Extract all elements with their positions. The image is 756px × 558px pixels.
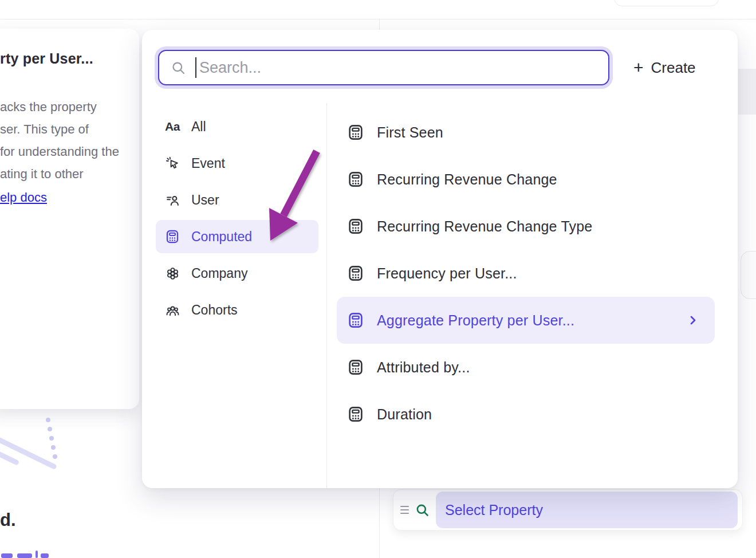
- select-property-button[interactable]: Select Property: [436, 492, 738, 528]
- calculator-icon: [347, 406, 364, 423]
- screen: rty per User... acks the property ser. T…: [0, 0, 756, 558]
- chevron-right-icon: [687, 315, 699, 326]
- search-icon: [171, 60, 186, 76]
- decorative-dot: [53, 454, 57, 459]
- calculator-icon: [347, 124, 364, 141]
- top-divider-line: [0, 19, 756, 19]
- category-item-event[interactable]: Event: [156, 147, 318, 180]
- tooltip-line: for understanding the: [0, 140, 133, 163]
- category-item-cohorts[interactable]: Cohorts: [156, 293, 318, 327]
- property-item-attributed-by[interactable]: Attributed by...: [337, 344, 715, 391]
- property-label: First Seen: [377, 124, 443, 141]
- category-label: Event: [191, 156, 225, 171]
- calculator-icon: [347, 359, 364, 376]
- clipped-link-fragment: [41, 553, 49, 558]
- create-button-label: Create: [651, 59, 696, 77]
- help-docs-link[interactable]: elp docs: [0, 186, 47, 209]
- company-icon: [165, 266, 180, 281]
- plus-icon: +: [633, 59, 644, 76]
- category-item-user[interactable]: User: [156, 183, 318, 217]
- category-label: User: [191, 192, 219, 208]
- category-label: Company: [191, 266, 247, 281]
- property-label: Frequency per User...: [377, 265, 517, 282]
- decorative-dot: [48, 427, 52, 431]
- search-placeholder: Search...: [199, 59, 261, 77]
- tooltip-line: ser. This type of: [0, 118, 133, 140]
- category-label: Computed: [191, 229, 252, 245]
- decorative-dot: [49, 436, 54, 441]
- property-label: Recurring Revenue Change: [377, 171, 557, 188]
- property-label: Recurring Revenue Change Type: [377, 218, 592, 235]
- category-item-company[interactable]: Company: [156, 257, 318, 290]
- user-list-icon: [165, 192, 180, 207]
- calculator-icon: [347, 265, 364, 282]
- decorative-dot: [51, 445, 56, 450]
- property-picker-modal: Search... + Create Aa All: [142, 30, 738, 488]
- category-item-computed[interactable]: Computed: [156, 220, 318, 253]
- category-label: Cohorts: [191, 302, 238, 318]
- text-cursor: [195, 57, 196, 78]
- category-label: All: [191, 119, 206, 135]
- property-item-aggregate-property-per-user[interactable]: Aggregate Property per User...: [337, 297, 715, 344]
- modal-column-divider: [326, 103, 327, 488]
- background-card-fragment: [741, 251, 756, 299]
- property-label: Aggregate Property per User...: [377, 312, 574, 329]
- event-click-icon: [165, 156, 180, 171]
- property-item-frequency-per-user[interactable]: Frequency per User...: [337, 250, 715, 297]
- clipped-link-fragment: [17, 553, 32, 558]
- cohorts-icon: [165, 302, 180, 317]
- search-input[interactable]: Search...: [158, 50, 609, 85]
- property-item-recurring-revenue-change[interactable]: Recurring Revenue Change: [337, 156, 715, 203]
- create-button[interactable]: + Create: [633, 56, 696, 79]
- background-panel-fragment: [738, 69, 756, 115]
- clipped-link-fragment: [1, 553, 13, 558]
- calculator-icon: [165, 229, 180, 244]
- property-list: First Seen Recurring Revenue Change: [337, 109, 715, 438]
- clipped-link-fragment: [36, 551, 38, 558]
- decorative-line: [0, 435, 57, 470]
- property-item-first-seen[interactable]: First Seen: [337, 109, 715, 156]
- select-property-label: Select Property: [445, 502, 543, 518]
- category-list: Aa All Event: [156, 110, 318, 330]
- property-item-recurring-revenue-change-type[interactable]: Recurring Revenue Change Type: [337, 203, 715, 250]
- property-label: Duration: [377, 406, 432, 423]
- decorative-dot: [46, 418, 50, 422]
- clipped-heading-fragment: d.: [0, 510, 16, 531]
- property-label: Attributed by...: [377, 359, 470, 376]
- calculator-icon: [347, 218, 364, 235]
- calculator-icon: [347, 312, 364, 329]
- tooltip-title: rty per User...: [0, 50, 133, 67]
- category-item-all[interactable]: Aa All: [156, 110, 318, 143]
- search-icon: [415, 502, 430, 518]
- text-aa-icon: Aa: [165, 119, 180, 134]
- property-item-duration[interactable]: Duration: [337, 391, 715, 438]
- drag-handle-icon[interactable]: [400, 506, 409, 514]
- clipped-top-right-button[interactable]: [614, 0, 719, 6]
- search-focus-ring: Search...: [155, 46, 613, 89]
- property-tooltip-card: rty per User... acks the property ser. T…: [0, 29, 139, 409]
- tooltip-description: acks the property ser. This type of for …: [0, 96, 133, 209]
- select-property-row: Select Property: [393, 489, 743, 531]
- calculator-icon: [347, 171, 364, 188]
- tooltip-line: ating it to other: [0, 163, 133, 185]
- tooltip-line: acks the property: [0, 96, 133, 118]
